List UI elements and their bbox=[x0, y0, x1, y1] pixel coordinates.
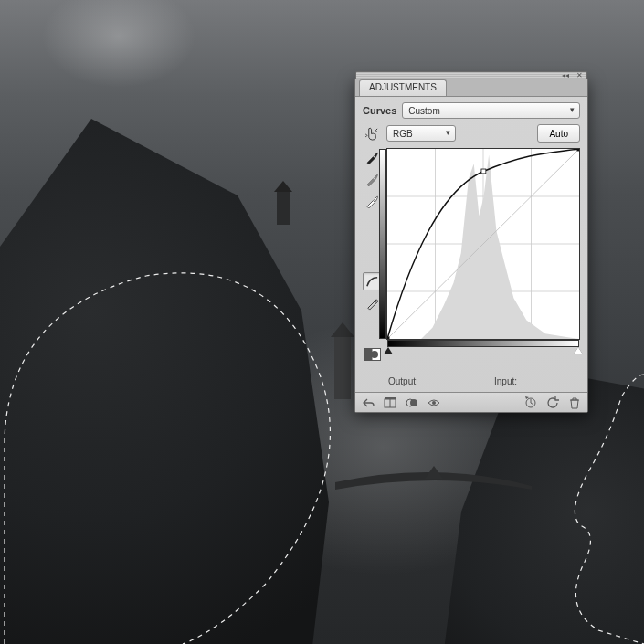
targeted-adjust-tool[interactable] bbox=[363, 124, 381, 143]
output-label: Output: bbox=[388, 376, 461, 386]
auto-button[interactable]: Auto bbox=[537, 124, 580, 143]
svg-point-8 bbox=[371, 351, 378, 358]
output-gradient bbox=[379, 149, 386, 339]
panel-titlebar[interactable] bbox=[355, 71, 587, 79]
eyedropper-white-icon[interactable] bbox=[363, 192, 381, 210]
return-to-list-icon[interactable] bbox=[361, 396, 375, 410]
svg-rect-10 bbox=[385, 397, 396, 399]
white-point-slider[interactable] bbox=[574, 347, 583, 354]
adjustments-panel[interactable]: ◂◂ ✕ ADJUSTMENTS Curves Custom RGB Auto bbox=[354, 78, 588, 413]
curve-point[interactable] bbox=[481, 169, 486, 174]
eyedropper-black-icon[interactable] bbox=[363, 148, 381, 166]
eyedropper-gray-icon[interactable] bbox=[363, 170, 381, 188]
curve-point[interactable] bbox=[387, 337, 389, 339]
edit-mask-icon[interactable] bbox=[364, 347, 381, 362]
panel-footer bbox=[355, 392, 587, 412]
reset-icon[interactable] bbox=[545, 396, 560, 410]
pencil-curve-tool[interactable] bbox=[363, 294, 381, 312]
preset-dropdown[interactable]: Custom bbox=[402, 102, 580, 119]
clip-to-layer-icon[interactable] bbox=[405, 396, 419, 410]
input-gradient bbox=[387, 340, 579, 347]
smooth-curve-tool[interactable] bbox=[363, 272, 381, 290]
section-title: Curves bbox=[363, 105, 396, 116]
svg-point-13 bbox=[410, 399, 417, 406]
view-previous-icon[interactable] bbox=[523, 396, 538, 410]
toggle-visibility-icon[interactable] bbox=[427, 396, 441, 410]
panel-tab-row: ADJUSTMENTS bbox=[355, 79, 587, 97]
artwork-tower bbox=[277, 190, 290, 225]
black-point-slider[interactable] bbox=[384, 347, 393, 354]
selection-marquee bbox=[0, 238, 365, 644]
trash-icon[interactable] bbox=[567, 396, 582, 410]
curves-graph[interactable] bbox=[386, 148, 580, 340]
collapse-panel-icon[interactable]: ◂◂ bbox=[560, 71, 571, 79]
tab-adjustments[interactable]: ADJUSTMENTS bbox=[359, 79, 447, 96]
svg-point-14 bbox=[432, 401, 436, 405]
channel-dropdown[interactable]: RGB bbox=[386, 125, 456, 142]
expanded-view-icon[interactable] bbox=[383, 396, 397, 410]
close-panel-icon[interactable]: ✕ bbox=[575, 71, 585, 79]
curve-point[interactable] bbox=[577, 149, 579, 151]
histogram bbox=[421, 155, 579, 339]
input-label: Input: bbox=[494, 376, 567, 386]
